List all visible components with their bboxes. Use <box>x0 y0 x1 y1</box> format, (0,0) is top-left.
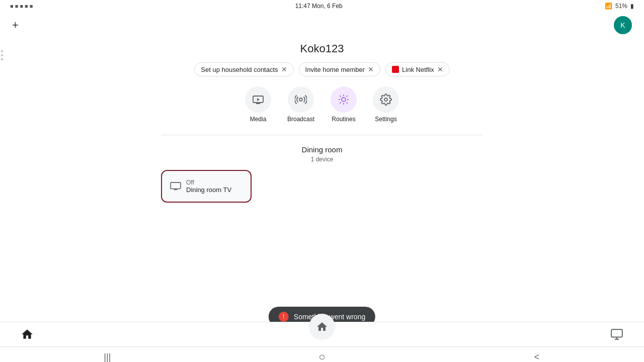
system-nav-menu[interactable]: ||| <box>97 350 117 362</box>
media-button[interactable]: Media <box>245 86 271 123</box>
routines-button[interactable]: Routines <box>331 86 357 123</box>
menu-icon: ||| <box>104 352 111 363</box>
svg-rect-15 <box>171 182 181 189</box>
devices-nav-icon <box>610 328 623 341</box>
signal-icon: 📶 <box>605 3 612 10</box>
routines-label: Routines <box>332 116 355 123</box>
svg-rect-18 <box>611 329 622 337</box>
status-left: ■ ■ ■ ■ ■ <box>10 3 33 9</box>
settings-icon-circle <box>373 86 399 113</box>
circle-icon: ○ <box>318 350 325 362</box>
chip-household[interactable]: Set up household contacts ✕ <box>194 62 293 76</box>
broadcast-label: Broadcast <box>287 116 314 123</box>
chip-invite[interactable]: Invite home member ✕ <box>299 62 381 76</box>
chip-household-close[interactable]: ✕ <box>281 65 287 73</box>
home-nav-icon <box>21 328 34 341</box>
chip-household-label: Set up household contacts <box>201 66 278 73</box>
avatar[interactable]: K <box>614 16 632 34</box>
icon-buttons-row: Media Broadcast <box>245 86 399 123</box>
broadcast-icon-circle <box>288 86 314 113</box>
settings-label: Settings <box>375 116 396 123</box>
error-symbol: ! <box>283 313 284 320</box>
status-time: 11:47 Mon, 6 Feb <box>295 3 343 10</box>
media-label: Media <box>250 116 267 123</box>
svg-marker-3 <box>257 98 260 101</box>
system-nav-home[interactable]: ○ <box>312 350 332 362</box>
nav-devices-button[interactable] <box>610 327 624 341</box>
media-icon <box>252 94 264 106</box>
settings-icon <box>380 94 392 106</box>
battery-icon: ▮ <box>630 3 634 10</box>
svg-point-14 <box>384 98 387 101</box>
fab-icon <box>316 321 328 333</box>
svg-line-11 <box>347 103 348 104</box>
nav-center-fab[interactable] <box>309 314 335 340</box>
status-right: 📶 51% ▮ <box>605 3 634 10</box>
system-nav: ||| ○ < <box>0 346 644 362</box>
broadcast-icon <box>295 94 307 106</box>
tv-icon <box>170 182 181 191</box>
chip-invite-close[interactable]: ✕ <box>368 65 374 73</box>
nav-home-button[interactable] <box>20 327 34 341</box>
back-icon: < <box>534 352 539 363</box>
chip-netflix[interactable]: Link Netflix ✕ <box>385 62 450 76</box>
battery-text: 51% <box>615 3 627 10</box>
svg-line-12 <box>347 96 348 97</box>
add-button[interactable]: + <box>12 19 19 32</box>
chip-netflix-label: Link Netflix <box>402 66 434 73</box>
routines-icon-circle <box>331 86 357 113</box>
device-inner: Off Dining room TV <box>170 179 243 194</box>
svg-line-13 <box>340 103 341 104</box>
room-device-count: 1 device <box>161 156 483 163</box>
chips-row: Set up household contacts ✕ Invite home … <box>194 62 449 76</box>
svg-point-5 <box>342 98 346 102</box>
chip-invite-label: Invite home member <box>305 66 365 73</box>
media-icon-circle <box>245 86 271 113</box>
bottom-nav: ||| ○ < <box>0 322 644 362</box>
room-title: Dining room <box>161 145 483 154</box>
top-actions: + K <box>0 12 644 38</box>
device-state: Off <box>186 179 231 186</box>
toast-error-icon: ! <box>279 312 289 322</box>
device-info: Off Dining room TV <box>186 179 231 194</box>
device-name: Dining room TV <box>186 186 231 194</box>
svg-line-10 <box>340 96 341 97</box>
home-title: Koko123 <box>300 42 344 55</box>
netflix-icon <box>392 66 399 73</box>
chip-netflix-close[interactable]: ✕ <box>437 65 443 73</box>
routines-icon <box>338 94 350 106</box>
section-divider <box>161 135 483 135</box>
settings-button[interactable]: Settings <box>373 86 399 123</box>
status-bar: ■ ■ ■ ■ ■ 11:47 Mon, 6 Feb 📶 51% ▮ <box>0 0 644 12</box>
system-nav-back[interactable]: < <box>527 350 547 362</box>
room-section: Dining room 1 device Off Dining room TV <box>161 145 483 203</box>
status-left-text: ■ ■ ■ ■ ■ <box>10 3 33 9</box>
broadcast-button[interactable]: Broadcast <box>287 86 314 123</box>
svg-point-4 <box>299 98 302 101</box>
device-card-dining-tv[interactable]: Off Dining room TV <box>161 170 252 203</box>
